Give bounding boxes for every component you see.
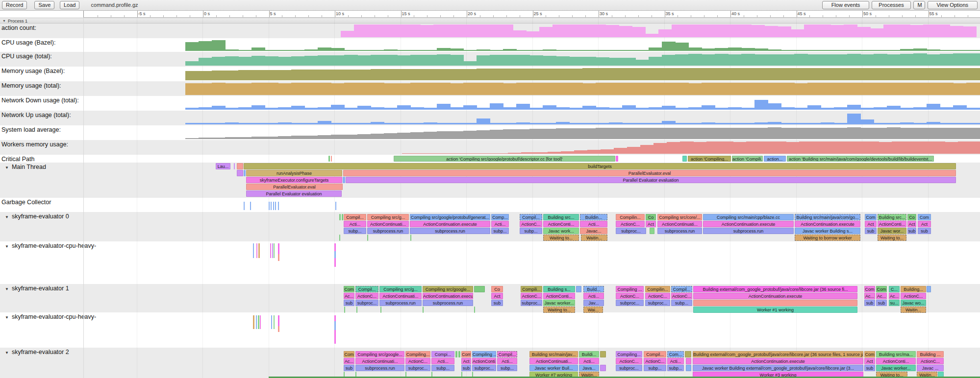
trace-event-block[interactable]: Buildi... [579,351,599,357]
trace-event-block[interactable]: ActionConti... [472,358,496,364]
trace-event-tick[interactable] [334,243,336,251]
trace-event-tick[interactable] [278,315,279,326]
trace-event-block[interactable]: Acti... [667,358,684,364]
trace-event-tick[interactable] [270,243,271,258]
trace-event-block[interactable]: Acti... [497,358,517,364]
trace-event-block[interactable]: sub [864,365,875,371]
disclosure-triangle-icon[interactable]: ▼ [1,165,12,170]
trace-event-block[interactable]: Java... [579,365,599,371]
trace-event-block[interactable] [600,351,606,357]
trace-event-block[interactable]: Building... [901,286,926,292]
trace-event-block[interactable]: subp... [491,228,509,234]
trace-event-tick[interactable] [256,315,257,329]
trace-event-tick[interactable] [273,202,274,210]
trace-event-block[interactable]: Building src/main/java/com/go... [795,214,860,220]
trace-event-block[interactable]: Javac worker Building s... [795,228,860,234]
trace-event-block[interactable]: su... [889,300,900,306]
trace-event-block[interactable]: Act [461,358,471,364]
trace-event-block[interactable] [328,156,330,162]
trace-event-block[interactable]: Acti... [431,358,454,364]
trace-event-block[interactable]: Compiling... [616,351,642,357]
trace-event-block[interactable]: subp... [497,365,517,371]
trace-event-block[interactable]: Javac ... [917,365,944,371]
trace-event-block[interactable]: sub [907,228,916,234]
trace-event-block[interactable]: Compiling src/google/protobuf/generat... [410,214,490,220]
trace-event-block[interactable]: Building src/ma... [876,351,916,357]
trace-event-block[interactable]: ActionContinuati... [529,358,578,364]
trace-event-block[interactable] [458,351,460,357]
trace-event-block[interactable]: Javac... [580,228,607,234]
trace-event-block[interactable]: ActionC... [616,293,644,299]
trace-event-block[interactable]: Javac worker Buil... [529,365,578,371]
trace-event-block[interactable]: ActionContinuation.execute [703,221,794,227]
trace-event-block[interactable]: subp... [644,365,666,371]
trace-event-block[interactable]: ParallelEvaluator.eval [343,170,956,176]
trace-event-block[interactable] [600,365,606,371]
save-button[interactable]: Save [34,1,54,9]
trace-event-block[interactable]: Com [461,351,471,357]
trace-event-block[interactable]: subp... [431,365,454,371]
trace-event-tick[interactable] [275,202,276,210]
trace-event-block[interactable]: ActionContinuation.execute [423,293,473,299]
trace-event-block[interactable]: Co [907,214,916,220]
trace-event-block[interactable]: Javac worker Building external/com_googl… [693,365,863,371]
trace-event-block[interactable]: Ac... [344,293,354,299]
trace-event-block[interactable] [686,358,691,364]
m-button[interactable]: M [913,1,925,9]
trace-event-block[interactable] [650,228,654,234]
trace-event-block[interactable]: sub [344,365,354,371]
trace-event-block[interactable] [927,286,931,292]
trace-event-tick[interactable] [250,202,251,210]
trace-event-tick[interactable] [334,315,336,321]
trace-event-block[interactable]: ActionContinuation.execute [693,293,857,299]
trace-event-block[interactable]: subprocess.run [379,300,422,306]
trace-event-block[interactable]: Com [344,351,354,357]
trace-event-block[interactable]: ActionConti... [876,358,916,364]
trace-event-block[interactable]: Compiling src/g... [379,286,422,292]
flow-events-button[interactable]: Flow events [822,1,869,9]
trace-event-block[interactable]: Acti... [580,221,607,227]
trace-event-block[interactable]: Com [876,286,887,292]
trace-event-block[interactable]: subproc... [355,300,378,306]
trace-event-block[interactable]: Building src/main/jav... [529,351,578,357]
trace-event-block[interactable]: Compil... [644,351,666,357]
trace-event-block[interactable]: ActionC... [616,221,645,227]
trace-event-block[interactable]: subp... [671,300,692,306]
trace-event-tick[interactable] [334,330,336,344]
trace-event-block[interactable]: sub [918,228,931,234]
trace-event-block[interactable]: sub [865,228,877,234]
trace-event-block[interactable]: ActionC... [616,358,642,364]
trace-event-block[interactable]: ActionConti... [543,221,579,227]
trace-event-block[interactable]: Javac work... [543,228,579,234]
trace-event-block[interactable]: Act [865,221,877,227]
trace-event-block[interactable]: subproc... [616,228,646,234]
trace-event-block[interactable]: Co [491,286,503,292]
trace-event-block[interactable]: Waitin... [581,235,607,241]
trace-event-block[interactable]: action 'Compiling... [688,156,731,162]
trace-event-tick[interactable] [253,315,254,329]
trace-event-block[interactable]: Parallel Evaluator evaluation [346,177,956,183]
trace-event-block[interactable]: sub [344,300,354,306]
trace-event-block[interactable]: Com [864,286,875,292]
disclosure-triangle-icon[interactable]: ▼ [1,244,12,249]
trace-event-block[interactable]: Act [491,293,503,299]
trace-event-block[interactable]: Building external/com_google_protobuf/ja… [693,351,863,357]
trace-event-block[interactable]: ParallelEvaluator.eval [246,184,343,190]
trace-event-block[interactable]: Compiling src/main/cpp/blaze.cc [703,214,794,220]
trace-event-block[interactable]: Lau... [216,163,230,169]
trace-event-block[interactable] [339,214,341,220]
trace-event-block[interactable]: Building ... [917,351,944,357]
trace-event-block[interactable]: action 'Compili... [732,156,763,162]
trace-event-block[interactable] [237,170,243,176]
trace-event-block[interactable]: subprocess.run [423,300,473,306]
trace-event-block[interactable]: Compil... [671,286,692,292]
time-ruler[interactable]: -5 s0 s5 s10 s15 s20 s25 s30 s35 s40 s45… [83,11,980,18]
trace-event-block[interactable]: subproc... [472,365,496,371]
trace-event-block[interactable]: ActionC... [901,293,926,299]
processes-button[interactable]: Processes [872,1,911,9]
trace-event-block[interactable]: Compiling ... [616,286,644,292]
trace-event-tick[interactable] [278,254,279,261]
trace-event-block[interactable]: Acti... [344,221,366,227]
trace-event-block[interactable]: subprocess.run [367,228,409,234]
trace-event-block[interactable]: Com [864,351,875,357]
